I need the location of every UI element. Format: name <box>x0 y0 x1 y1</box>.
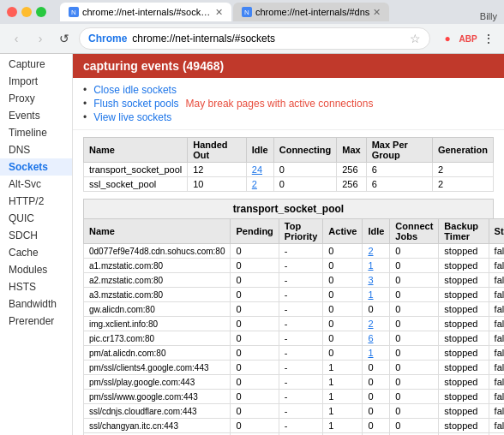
tab-inactive[interactable]: N chrome://net-internals/#dns ✕ <box>233 3 389 21</box>
drow-stalled-1: false <box>489 259 504 273</box>
action-flush: • Flush socket pools May break pages wit… <box>83 97 494 110</box>
row-name-1: ssl_socket_pool <box>84 177 188 192</box>
drow-idle-9: 0 <box>363 375 390 390</box>
sidebar-item-http2[interactable]: HTTP/2 <box>0 193 72 210</box>
view-live-sockets-link[interactable]: View live sockets <box>93 111 171 123</box>
adblock-icon[interactable]: ABP <box>459 30 477 47</box>
drow-idle-2[interactable]: 3 <box>363 273 390 288</box>
drow-idle-1[interactable]: 1 <box>363 259 390 273</box>
drow-backup-2: stopped <box>439 273 489 288</box>
menu-icon[interactable]: ⋮ <box>480 30 497 47</box>
drow-active-6: 0 <box>323 331 363 346</box>
drow-active-0: 0 <box>323 244 363 259</box>
tab-close-2[interactable]: ✕ <box>373 7 381 18</box>
top-table-row: ssl_socket_pool 10 2 0 256 6 2 <box>84 177 494 192</box>
close-button[interactable] <box>7 7 17 17</box>
close-idle-sockets-link[interactable]: Close idle sockets <box>93 84 177 96</box>
sidebar-item-proxy[interactable]: Proxy <box>0 90 72 107</box>
drow-stalled-11: false <box>489 404 504 419</box>
drow-active-2: 0 <box>323 273 363 288</box>
drow-idle-3[interactable]: 1 <box>363 288 390 302</box>
drow-idle-7[interactable]: 1 <box>363 346 390 361</box>
extensions-icon[interactable]: ● <box>439 30 456 47</box>
bookmark-icon[interactable]: ☆ <box>410 32 421 45</box>
sidebar-item-cache[interactable]: Cache <box>0 244 72 261</box>
back-button[interactable]: ‹ <box>7 29 26 48</box>
dcol-idle: Idle <box>363 219 390 244</box>
forward-button[interactable]: › <box>31 29 50 48</box>
sidebar-item-bandwidth[interactable]: Bandwidth <box>0 295 72 313</box>
drow-priority-4: - <box>279 302 323 317</box>
detail-table-row: a1.mzstatic.com:80 0 - 0 1 0 stopped fal… <box>84 259 505 273</box>
maximize-button[interactable] <box>36 7 46 17</box>
sidebar-item-hsts[interactable]: HSTS <box>0 278 72 295</box>
sidebar-item-dns[interactable]: DNS <box>0 141 72 158</box>
row-generation-1: 2 <box>432 177 493 192</box>
sidebar-item-sdch[interactable]: SDCH <box>0 227 72 244</box>
drow-pending-5: 0 <box>231 317 279 331</box>
row-handed-1: 10 <box>188 177 247 192</box>
sidebar-item-events[interactable]: Events <box>0 107 72 124</box>
drow-idle-5[interactable]: 2 <box>363 317 390 331</box>
sidebar-item-prerender[interactable]: Prerender <box>0 313 72 330</box>
drow-priority-11: - <box>279 404 323 419</box>
detail-table-row: img.xclient.info:80 0 - 0 2 0 stopped fa… <box>84 317 505 331</box>
drow-name-6: pic.cr173.com:80 <box>84 331 231 346</box>
row-max-per-group-0: 6 <box>366 163 432 177</box>
drow-idle-0[interactable]: 2 <box>363 244 390 259</box>
drow-name-12: ssl/changyan.itc.cn:443 <box>84 419 231 433</box>
reload-button[interactable]: ↺ <box>55 29 74 48</box>
drow-active-5: 0 <box>323 317 363 331</box>
drow-name-2: a2.mzstatic.com:80 <box>84 273 231 288</box>
row-idle-0[interactable]: 24 <box>246 163 273 177</box>
drow-connect-11: 0 <box>390 404 439 419</box>
drow-connect-0: 0 <box>390 244 439 259</box>
drow-priority-5: - <box>279 317 323 331</box>
drow-pending-7: 0 <box>231 346 279 361</box>
drow-idle-12: 0 <box>363 419 390 433</box>
drow-pending-2: 0 <box>231 273 279 288</box>
drow-pending-11: 0 <box>231 404 279 419</box>
drow-name-1: a1.mzstatic.com:80 <box>84 259 231 273</box>
row-max-1: 256 <box>337 177 366 192</box>
drow-backup-3: stopped <box>439 288 489 302</box>
minimize-button[interactable] <box>21 7 32 17</box>
tab-favicon-1: N <box>69 7 79 17</box>
drow-connect-7: 0 <box>390 346 439 361</box>
action-view-live: • View live sockets <box>83 110 494 124</box>
row-idle-1[interactable]: 2 <box>246 177 273 192</box>
address-bar[interactable]: Chrome chrome://net-internals/#sockets ☆ <box>79 27 430 50</box>
drow-pending-4: 0 <box>231 302 279 317</box>
sidebar-item-quic[interactable]: QUIC <box>0 210 72 227</box>
detail-table-row: pic.cr173.com:80 0 - 0 6 0 stopped false <box>84 331 505 346</box>
drow-idle-6[interactable]: 6 <box>363 331 390 346</box>
drow-stalled-10: false <box>489 390 504 404</box>
drow-active-12: 1 <box>323 419 363 433</box>
drow-priority-10: - <box>279 390 323 404</box>
col-handed-out: Handed Out <box>188 138 247 163</box>
drow-priority-9: - <box>279 375 323 390</box>
row-connecting-1: 0 <box>273 177 337 192</box>
tab-active[interactable]: N chrome://net-internals/#socke... ✕ <box>60 3 231 21</box>
col-connecting: Connecting <box>273 138 337 163</box>
sidebar-item-modules[interactable]: Modules <box>0 261 72 278</box>
flush-socket-pools-link[interactable]: Flush socket pools <box>93 98 178 110</box>
drow-active-3: 0 <box>323 288 363 302</box>
nav-icons: ● ABP ⋮ <box>439 30 497 47</box>
sidebar-item-sockets[interactable]: Sockets <box>0 158 72 176</box>
drow-connect-3: 0 <box>390 288 439 302</box>
sidebar-item-timeline[interactable]: Timeline <box>0 124 72 141</box>
drow-connect-6: 0 <box>390 331 439 346</box>
drow-connect-1: 0 <box>390 259 439 273</box>
address-protocol: Chrome <box>88 33 127 45</box>
sidebar-item-alt-svc[interactable]: Alt-Svc <box>0 176 72 193</box>
bullet-1: • <box>83 84 87 96</box>
sidebar-item-import[interactable]: Import <box>0 73 72 90</box>
drow-pending-9: 0 <box>231 375 279 390</box>
drow-pending-12: 0 <box>231 419 279 433</box>
tab-close-1[interactable]: ✕ <box>215 7 223 18</box>
detail-table-row: a3.mzstatic.com:80 0 - 0 1 0 stopped fal… <box>84 288 505 302</box>
detail-table: Name Pending Top Priority Active Idle Co… <box>83 218 504 435</box>
sidebar-item-capture[interactable]: Capture <box>0 56 72 73</box>
drow-idle-8: 0 <box>363 361 390 375</box>
